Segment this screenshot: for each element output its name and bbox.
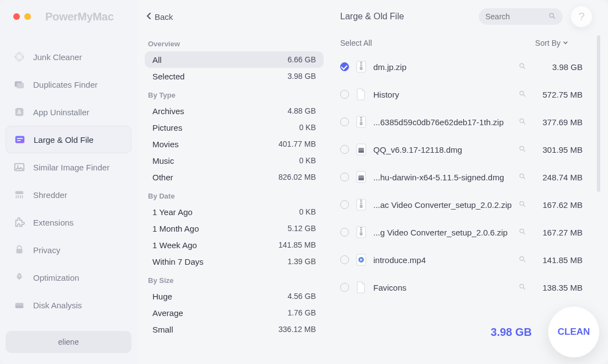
- sidebar-item-app-uninstaller[interactable]: A App Uninstaller: [6, 98, 131, 126]
- scrollbar-thumb[interactable]: [597, 35, 600, 192]
- category-value: 4.56 GB: [288, 292, 316, 301]
- disk-icon: [13, 299, 25, 311]
- category-1year[interactable]: 1 Year Ago0 KB: [145, 204, 324, 220]
- category-average[interactable]: Average1.76 GB: [145, 304, 324, 321]
- svg-rect-44: [360, 229, 362, 230]
- file-row[interactable]: dm.jp.zip3.98 GB: [331, 53, 585, 81]
- file-row[interactable]: introduce.mp4141.85 MB: [331, 246, 585, 274]
- reveal-in-finder-icon[interactable]: [519, 200, 527, 209]
- category-value: 1.76 GB: [288, 308, 316, 317]
- file-checkbox[interactable]: [340, 117, 349, 126]
- reveal-in-finder-icon[interactable]: [519, 255, 527, 264]
- file-checkbox[interactable]: [340, 173, 349, 181]
- reveal-in-finder-icon[interactable]: [519, 90, 527, 99]
- category-value: 0 KB: [299, 207, 316, 216]
- back-button[interactable]: Back: [146, 12, 173, 22]
- category-1week[interactable]: 1 Week Ago141.85 MB: [145, 237, 324, 253]
- help-icon: ?: [578, 10, 584, 23]
- file-row[interactable]: ...hu-darwin-x64-5.11.5-signed.dmg248.74…: [331, 163, 585, 191]
- svg-point-47: [520, 229, 524, 233]
- category-other[interactable]: Other826.02 MB: [145, 169, 324, 185]
- svg-rect-34: [358, 178, 364, 180]
- reveal-in-finder-icon[interactable]: [519, 283, 527, 292]
- svg-point-35: [520, 174, 524, 178]
- category-pictures[interactable]: Pictures0 KB: [145, 119, 324, 136]
- close-window-button[interactable]: [13, 13, 20, 20]
- category-label: All: [152, 55, 162, 65]
- file-name: History: [373, 90, 512, 99]
- category-movies[interactable]: Movies401.77 MB: [145, 136, 324, 152]
- file-name: QQ_v6.9.17-12118.dmg: [373, 145, 512, 154]
- file-row[interactable]: History572.75 MB: [331, 81, 585, 108]
- file-row[interactable]: Favicons138.35 MB: [331, 274, 585, 301]
- sidebar-item-shredder[interactable]: Shredder: [6, 181, 131, 208]
- category-small[interactable]: Small336.12 MB: [145, 321, 324, 338]
- file-row[interactable]: QQ_v6.9.17-12118.dmg301.95 MB: [331, 136, 585, 163]
- section-bydate-label: By Date: [148, 192, 324, 200]
- category-label: Pictures: [152, 123, 182, 132]
- file-size: 141.85 MB: [534, 255, 585, 265]
- file-checkbox[interactable]: [340, 145, 349, 154]
- file-checkbox[interactable]: [340, 200, 349, 209]
- sort-by-button[interactable]: Sort By: [535, 39, 568, 47]
- sidebar-item-duplicates[interactable]: Duplicates Finder: [6, 71, 131, 98]
- sidebar-item-large-old-file[interactable]: Large & Old File: [6, 126, 131, 153]
- user-badge[interactable]: eliene: [6, 331, 131, 353]
- reveal-in-finder-icon[interactable]: [519, 145, 527, 154]
- file-row[interactable]: ...g Video Converter_setup_2.0.6.zip167.…: [331, 218, 585, 246]
- sidebar-item-privacy[interactable]: Privacy: [6, 236, 131, 264]
- file-type-icon: [356, 143, 367, 156]
- file-row[interactable]: ...6385d59c0db76e62deb17-1th.zip377.69 M…: [331, 108, 585, 136]
- sidebar-item-label: Disk Analysis: [33, 301, 82, 310]
- reveal-in-finder-icon[interactable]: [519, 62, 527, 71]
- file-list: dm.jp.zip3.98 GBHistory572.75 MB...6385d…: [331, 53, 593, 301]
- help-button[interactable]: ?: [570, 6, 593, 28]
- file-name: ...g Video Converter_setup_2.0.6.zip: [373, 228, 512, 237]
- file-row[interactable]: ...ac Video Converter_setup_2.0.2.zip167…: [331, 191, 585, 218]
- sidebar-item-label: Privacy: [33, 245, 60, 255]
- sidebar-item-disk-analysis[interactable]: Disk Analysis: [6, 291, 131, 319]
- file-checkbox[interactable]: [340, 90, 349, 99]
- svg-rect-13: [15, 306, 24, 308]
- category-value: 826.02 MB: [278, 173, 316, 181]
- svg-point-20: [520, 63, 524, 67]
- search-input[interactable]: [485, 12, 541, 21]
- svg-rect-45: [360, 231, 362, 232]
- file-list-header: Select All Sort By: [331, 33, 593, 53]
- category-music[interactable]: Music0 KB: [145, 152, 324, 169]
- sidebar-item-label: Extensions: [33, 218, 73, 227]
- footer: 3.98 GB CLEAN: [491, 307, 599, 357]
- file-checkbox[interactable]: [340, 228, 349, 237]
- file-checkbox[interactable]: [340, 62, 349, 71]
- shredder-icon: [13, 189, 25, 201]
- file-size: 377.69 MB: [534, 117, 585, 127]
- category-all[interactable]: All 6.66 GB: [145, 51, 324, 68]
- file-checkbox[interactable]: [340, 283, 349, 292]
- category-1month[interactable]: 1 Month Ago5.12 GB: [145, 220, 324, 237]
- category-value: 141.85 MB: [278, 240, 316, 249]
- minimize-window-button[interactable]: [24, 13, 31, 20]
- sidebar-item-label: Large & Old File: [34, 135, 93, 144]
- search-box[interactable]: [479, 8, 563, 25]
- scrollbar[interactable]: [597, 35, 600, 192]
- svg-point-21: [520, 91, 524, 95]
- reveal-in-finder-icon[interactable]: [519, 173, 527, 181]
- sidebar-item-junk-cleaner[interactable]: Junk Cleaner: [6, 43, 131, 71]
- file-name: ...hu-darwin-x64-5.11.5-signed.dmg: [373, 173, 512, 182]
- reveal-in-finder-icon[interactable]: [519, 228, 527, 237]
- sidebar-item-extensions[interactable]: Extensions: [6, 208, 131, 236]
- category-7days[interactable]: Within 7 Days1.39 GB: [145, 253, 324, 270]
- select-all-button[interactable]: Select All: [340, 39, 372, 47]
- file-type-icon: [356, 226, 367, 239]
- svg-rect-46: [360, 232, 363, 235]
- svg-point-14: [549, 13, 553, 17]
- sidebar-item-similar-image[interactable]: Similar Image Finder: [6, 153, 131, 181]
- reveal-in-finder-icon[interactable]: [519, 117, 527, 126]
- category-huge[interactable]: Huge4.56 GB: [145, 288, 324, 304]
- category-selected[interactable]: Selected 3.98 GB: [145, 68, 324, 84]
- clean-button[interactable]: CLEAN: [548, 307, 599, 357]
- sidebar-item-optimization[interactable]: Optimization: [6, 264, 131, 291]
- file-checkbox[interactable]: [340, 255, 349, 264]
- category-archives[interactable]: Archives4.88 GB: [145, 103, 324, 119]
- titlebar: PowerMyMac: [6, 0, 131, 33]
